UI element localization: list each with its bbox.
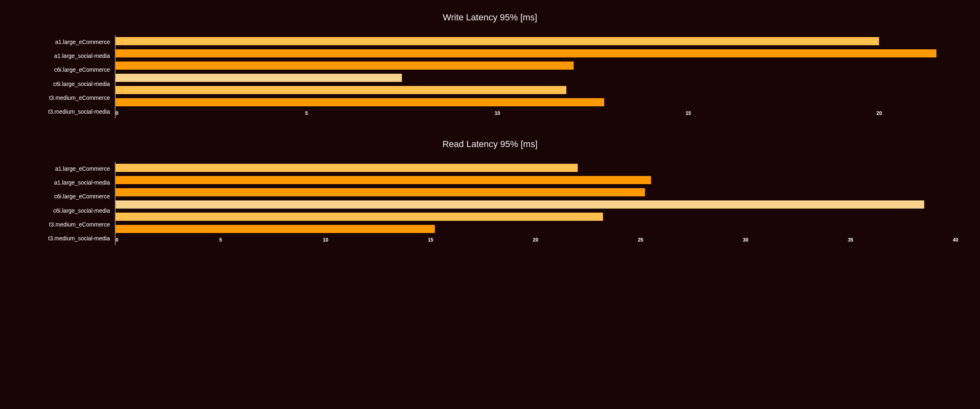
x-tick-label: 20	[533, 237, 538, 243]
bar-row	[116, 59, 956, 72]
bar-row	[116, 84, 956, 96]
bar	[116, 164, 578, 172]
y-tick-label: a1.large_social-media	[24, 176, 110, 189]
x-tick-label: 0	[116, 237, 118, 243]
chart-body: a1.large_eCommercea1.large_social-mediac…	[24, 162, 956, 245]
x-tick-label: 10	[495, 110, 500, 116]
y-axis-labels: a1.large_eCommercea1.large_social-mediac…	[24, 162, 115, 245]
x-tick-label: 5	[219, 237, 222, 243]
bar-row	[116, 186, 956, 198]
bar	[116, 37, 879, 45]
bar	[116, 86, 566, 94]
x-tick-label: 40	[953, 237, 958, 243]
y-tick-label: c6i.large_eCommerce	[24, 190, 110, 202]
bar-row	[116, 198, 956, 211]
y-tick-label: a1.large_eCommerce	[24, 36, 110, 48]
bar-row	[116, 96, 956, 108]
y-tick-label: a1.large_social-media	[24, 50, 110, 62]
x-tick-label: 15	[428, 237, 433, 243]
chart-title: Read Latency 95% [ms]	[24, 139, 956, 150]
bar-row	[116, 162, 956, 174]
bar	[116, 225, 435, 233]
bar	[116, 213, 603, 221]
y-tick-label: t3.medium_eCommerce	[24, 218, 110, 231]
y-tick-label: t3.medium_social-media	[24, 232, 110, 244]
plot-area: 0510152025303540	[115, 162, 956, 245]
chart-panel-0: Write Latency 95% [ms]a1.large_eCommerce…	[0, 0, 980, 127]
bar	[116, 62, 574, 70]
bar-row	[116, 174, 956, 186]
y-tick-label: t3.medium_social-media	[24, 106, 110, 118]
y-tick-label: c6i.large_social-media	[24, 204, 110, 217]
bar-row	[116, 223, 956, 235]
bars-container	[116, 35, 956, 108]
y-axis-labels: a1.large_eCommercea1.large_social-mediac…	[24, 35, 115, 119]
bar	[116, 49, 936, 57]
bar	[116, 74, 402, 82]
bar-row	[116, 211, 956, 223]
x-axis: 0510152025303540	[116, 237, 956, 245]
x-tick-label: 25	[638, 237, 643, 243]
y-tick-label: c6i.large_social-media	[24, 78, 110, 90]
y-tick-label: a1.large_eCommerce	[24, 163, 110, 175]
y-tick-label: t3.medium_eCommerce	[24, 92, 110, 104]
chart-panel-1: Read Latency 95% [ms]a1.large_eCommercea…	[0, 127, 980, 253]
chart-title: Write Latency 95% [ms]	[24, 12, 956, 23]
bar	[116, 200, 924, 209]
bar-row	[116, 47, 956, 59]
bar	[116, 188, 645, 196]
bar	[116, 98, 604, 106]
y-tick-label: c6i.large_eCommerce	[24, 64, 110, 76]
x-tick-label: 0	[116, 110, 118, 116]
x-axis: 05101520	[116, 110, 956, 119]
bar	[116, 176, 651, 184]
bars-container	[116, 162, 956, 235]
x-tick-label: 30	[743, 237, 748, 243]
chart-body: a1.large_eCommercea1.large_social-mediac…	[24, 35, 956, 119]
bar-row	[116, 35, 956, 47]
bar-row	[116, 72, 956, 84]
x-tick-label: 20	[877, 110, 882, 116]
x-tick-label: 10	[323, 237, 328, 243]
plot-area: 05101520	[115, 35, 956, 119]
x-tick-label: 35	[848, 237, 853, 243]
x-tick-label: 5	[305, 110, 308, 116]
x-tick-label: 15	[686, 110, 691, 116]
